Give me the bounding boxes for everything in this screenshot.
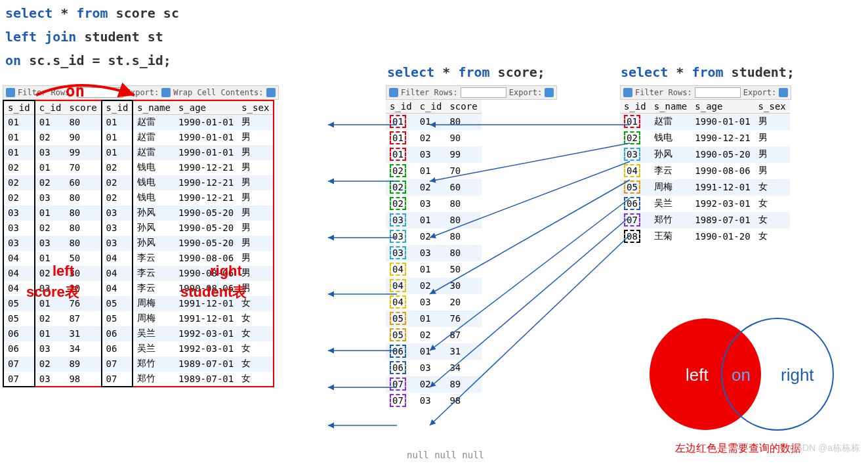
table-row: 060334 bbox=[386, 360, 482, 376]
table-row: 020170 bbox=[386, 163, 482, 179]
export-icon[interactable] bbox=[545, 88, 554, 97]
table-row: 05028705周梅1991-12-01女 bbox=[3, 311, 274, 326]
table-row: 010290 bbox=[386, 130, 482, 146]
table-row: 01039901赵雷1990-01-01男 bbox=[3, 145, 274, 160]
label-on: on bbox=[66, 82, 85, 100]
table-row: 02钱电1990-12-21男 bbox=[620, 130, 790, 146]
table-row: 01018001赵雷1990-01-01男 bbox=[3, 115, 274, 130]
table-row: 02017002钱电1990-12-21男 bbox=[3, 160, 274, 175]
table-row: 010180 bbox=[386, 114, 482, 130]
table-row: 020380 bbox=[386, 196, 482, 212]
table-row: 06吴兰1992-03-01女 bbox=[620, 196, 790, 212]
table-row: 06013106吴兰1992-03-01女 bbox=[3, 326, 274, 341]
label-student: student表 bbox=[180, 282, 247, 302]
sql-main: select * from score sc left join student… bbox=[0, 3, 868, 71]
table-row: 040150 bbox=[386, 261, 482, 278]
col-s_name: s_name bbox=[650, 100, 692, 114]
refresh-icon[interactable] bbox=[6, 88, 15, 97]
table-row: 05周梅1991-12-01女 bbox=[620, 179, 790, 196]
venn-left: left bbox=[686, 365, 709, 385]
student-table: Filter Rows: Export: s_id s_name s_age s… bbox=[620, 85, 791, 245]
col-s_id: s_id bbox=[3, 100, 35, 115]
joined-result-table: Filter Rows: Export: Wrap Cell Contents:… bbox=[3, 85, 279, 387]
venn-diagram: left on right 左边红色是需要查询的数据 bbox=[627, 309, 850, 460]
table-row: 06033406吴兰1992-03-01女 bbox=[3, 341, 274, 356]
col-score: score bbox=[65, 100, 101, 115]
table-row: 030380 bbox=[386, 245, 482, 261]
table-row: 01029001赵雷1990-01-01男 bbox=[3, 130, 274, 145]
col-c_id: c_id bbox=[35, 100, 66, 115]
null-text: null null null bbox=[407, 450, 484, 460]
table-row: 070289 bbox=[386, 376, 482, 393]
refresh-icon[interactable] bbox=[623, 88, 632, 97]
label-score: score表 bbox=[26, 282, 79, 302]
table-row: 03018003孙风1990-05-20男 bbox=[3, 205, 274, 221]
col-s_id: s_id bbox=[386, 100, 416, 114]
col-s_age: s_age bbox=[175, 100, 238, 115]
export-icon[interactable] bbox=[161, 88, 171, 97]
table-row: 050287 bbox=[386, 327, 482, 343]
col-s_age: s_age bbox=[691, 100, 754, 114]
sql-score: select * from score; bbox=[387, 62, 545, 83]
table-row: 03038003孙风1990-05-20男 bbox=[3, 236, 274, 251]
table-row: 02038002钱电1990-12-21男 bbox=[3, 190, 274, 205]
table-row: 050176 bbox=[386, 311, 482, 327]
refresh-icon[interactable] bbox=[389, 88, 398, 97]
filter-input[interactable] bbox=[461, 87, 506, 98]
table-row: 060131 bbox=[386, 343, 482, 360]
table-row: 030180 bbox=[386, 212, 482, 228]
col-s_sex: s_sex bbox=[754, 100, 790, 114]
table-row: 07039807郑竹1989-07-01女 bbox=[3, 372, 274, 387]
label-right: right bbox=[210, 263, 242, 280]
table-row: 03孙风1990-05-20男 bbox=[620, 146, 790, 163]
col-s_id2: s_id bbox=[102, 100, 133, 115]
filter-input[interactable] bbox=[695, 87, 741, 98]
score-table: Filter Rows: Export: s_id c_id score 010… bbox=[386, 85, 557, 409]
table-row: 08王菊1990-01-20女 bbox=[620, 228, 790, 245]
table-row: 010399 bbox=[386, 146, 482, 163]
wrap-icon[interactable] bbox=[266, 88, 276, 97]
col-c_id: c_id bbox=[416, 100, 446, 114]
table-row: 01赵雷1990-01-01男 bbox=[620, 114, 790, 130]
table-row: 07028907郑竹1989-07-01女 bbox=[3, 356, 274, 372]
table-row: 03028003孙风1990-05-20男 bbox=[3, 221, 274, 236]
col-s_id: s_id bbox=[620, 100, 650, 114]
table-row: 07郑竹1989-07-01女 bbox=[620, 212, 790, 228]
toolbar: Filter Rows: Export: bbox=[620, 85, 791, 100]
venn-right: right bbox=[781, 365, 814, 385]
label-left: left bbox=[52, 263, 74, 280]
table-row: 040230 bbox=[386, 278, 482, 294]
venn-on: on bbox=[732, 365, 751, 385]
table-row: 030280 bbox=[386, 228, 482, 245]
table-row: 020260 bbox=[386, 179, 482, 196]
export-icon[interactable] bbox=[779, 88, 788, 97]
col-s_name: s_name bbox=[133, 100, 175, 115]
col-s_sex: s_sex bbox=[238, 100, 274, 115]
watermark: CSDN @a栋栋栋 bbox=[789, 442, 860, 454]
table-row: 04李云1990-08-06男 bbox=[620, 163, 790, 179]
table-row: 02026002钱电1990-12-21男 bbox=[3, 175, 274, 190]
table-row: 070398 bbox=[386, 393, 482, 409]
col-score: score bbox=[445, 100, 481, 114]
toolbar: Filter Rows: Export: bbox=[386, 85, 557, 100]
sql-student: select * from student; bbox=[621, 62, 795, 83]
table-row: 040320 bbox=[386, 294, 482, 311]
